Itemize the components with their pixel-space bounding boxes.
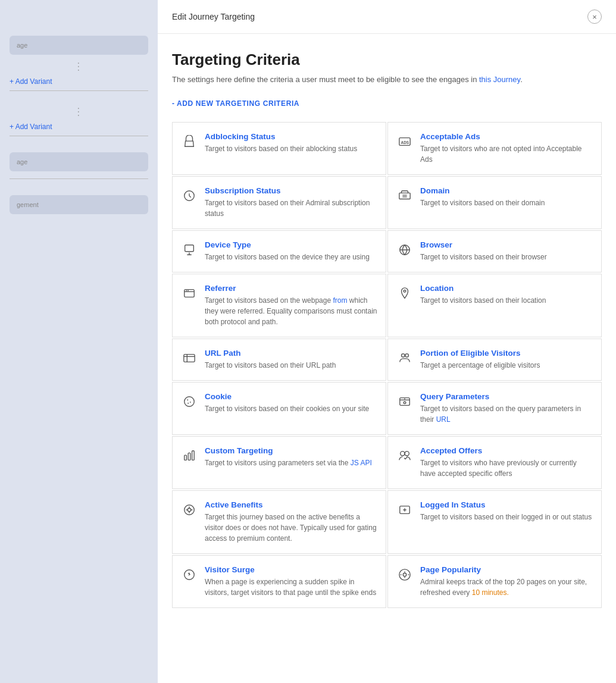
criteria-grid: Adblocking Status Target to visitors bas… — [172, 122, 602, 608]
browser-desc: Target to visitors based on their browse… — [420, 252, 547, 262]
cookie-icon — [181, 393, 198, 410]
criteria-card-browser[interactable]: Browser Target to visitors based on thei… — [387, 230, 602, 272]
criteria-card-device-type[interactable]: Device Type Target to visitors based on … — [172, 230, 386, 272]
criteria-card-accepted-offers[interactable]: Accepted Offers Target to visitors who h… — [387, 436, 602, 489]
visitor-surge-icon — [181, 566, 198, 583]
add-criteria-link[interactable]: - ADD NEW TARGETING CRITERIA — [172, 99, 299, 108]
device-type-title: Device Type — [205, 240, 370, 249]
location-icon — [396, 285, 413, 302]
acceptable-ads-desc: Target to visitors who are not opted int… — [420, 143, 593, 165]
svg-text:ADS: ADS — [401, 140, 409, 144]
domain-title: Domain — [420, 186, 545, 195]
sidebar-node-1: age — [10, 36, 148, 55]
domain-icon — [396, 187, 413, 204]
criteria-card-url-path[interactable]: URL Path Target to visitors based on the… — [172, 339, 386, 381]
browser-title: Browser — [420, 240, 547, 249]
criteria-card-query-parameters[interactable]: Query Parameters Target to visitors base… — [387, 382, 602, 435]
portion-eligible-icon — [396, 350, 413, 366]
three-dots-1: ··· — [74, 62, 83, 73]
subscription-status-desc: Target to visitors based on their Admira… — [205, 198, 377, 219]
criteria-card-active-benefits[interactable]: Active Benefits Target this journey base… — [172, 490, 386, 554]
sidebar-node-2: age — [10, 152, 148, 171]
portion-eligible-desc: Target a percentage of eligible visitors — [420, 360, 540, 371]
svg-point-28 — [187, 508, 191, 512]
svg-rect-12 — [184, 354, 195, 362]
query-parameters-title: Query Parameters — [420, 392, 593, 401]
svg-point-26 — [405, 451, 409, 455]
three-dots-2: ··· — [74, 107, 83, 118]
svg-point-25 — [401, 451, 405, 455]
svg-rect-23 — [188, 453, 190, 460]
adblocking-status-desc: Target to visitors based on their ablock… — [205, 143, 357, 154]
location-desc: Target to visitors based on their locati… — [420, 295, 546, 306]
svg-point-14 — [405, 353, 409, 357]
accepted-offers-desc: Target to visitors who have previously o… — [420, 458, 593, 479]
accepted-offers-title: Accepted Offers — [420, 446, 593, 455]
section-desc: The settings here define the criteria a … — [172, 74, 602, 86]
device-type-icon — [181, 242, 198, 258]
page-popularity-desc: Admiral keeps track of the top 20 pages … — [420, 577, 593, 598]
logged-in-status-icon — [396, 502, 413, 518]
modal-body: Targeting Criteria The settings here def… — [158, 34, 616, 632]
referrer-icon — [181, 285, 198, 302]
criteria-card-subscription-status[interactable]: Subscription Status Target to visitors b… — [172, 176, 386, 229]
svg-point-15 — [185, 396, 195, 406]
criteria-card-cookie[interactable]: Cookie Target to visitors based on their… — [172, 382, 386, 435]
subscription-status-icon — [181, 187, 198, 204]
close-button[interactable]: × — [587, 10, 602, 24]
svg-rect-8 — [185, 289, 195, 297]
svg-rect-3 — [399, 193, 410, 199]
custom-targeting-title: Custom Targeting — [205, 446, 372, 455]
criteria-card-custom-targeting[interactable]: Custom Targeting Target to visitors usin… — [172, 436, 386, 489]
url-path-icon — [181, 350, 198, 366]
acceptable-ads-title: Acceptable Ads — [420, 132, 593, 141]
referrer-title: Referrer — [205, 284, 377, 293]
svg-point-20 — [404, 402, 406, 404]
active-benefits-title: Active Benefits — [205, 500, 377, 509]
criteria-card-portion-eligible[interactable]: Portion of Eligible Visitors Target a pe… — [387, 339, 602, 381]
adblocking-status-icon — [181, 133, 198, 150]
svg-point-30 — [403, 573, 407, 577]
svg-point-27 — [185, 505, 195, 515]
svg-point-13 — [402, 353, 405, 357]
accepted-offers-icon — [396, 447, 413, 464]
svg-rect-6 — [185, 245, 194, 251]
criteria-card-visitor-surge[interactable]: Visitor Surge When a page is experiencin… — [172, 555, 386, 608]
url-path-title: URL Path — [205, 349, 336, 358]
device-type-desc: Target to visitors based on the device t… — [205, 252, 370, 262]
logged-in-status-desc: Target to visitors based on their logged… — [420, 512, 592, 522]
add-variant-1[interactable]: + Add Variant — [10, 77, 148, 86]
sidebar-node-3: gement — [10, 195, 148, 214]
page-popularity-title: Page Popularity — [420, 565, 593, 574]
criteria-card-acceptable-ads[interactable]: ADS Acceptable Ads Target to visitors wh… — [387, 122, 602, 175]
add-variant-2[interactable]: + Add Variant — [10, 123, 148, 131]
query-parameters-desc: Target to visitors based on the query pa… — [420, 403, 593, 425]
criteria-card-domain[interactable]: Domain Target to visitors based on their… — [387, 176, 602, 229]
active-benefits-icon — [181, 502, 198, 518]
svg-rect-24 — [192, 450, 195, 460]
cookie-desc: Target to visitors based on their cookie… — [205, 403, 369, 414]
modal: Edit Journey Targeting × Targeting Crite… — [158, 0, 616, 683]
svg-point-16 — [187, 399, 188, 400]
logged-in-status-title: Logged In Status — [420, 500, 592, 509]
cookie-title: Cookie — [205, 392, 369, 401]
custom-targeting-desc: Target to visitors using parameters set … — [205, 458, 372, 468]
svg-point-10 — [187, 290, 189, 291]
query-parameters-icon — [396, 393, 413, 410]
portion-eligible-title: Portion of Eligible Visitors — [420, 349, 540, 358]
modal-header: Edit Journey Targeting × — [158, 0, 616, 34]
criteria-card-location[interactable]: Location Target to visitors based on the… — [387, 274, 602, 337]
browser-icon — [396, 242, 413, 258]
criteria-card-logged-in-status[interactable]: Logged In Status Target to visitors base… — [387, 490, 602, 554]
criteria-card-referrer[interactable]: Referrer Target to visitors based on the… — [172, 274, 386, 337]
criteria-card-page-popularity[interactable]: Page Popularity Admiral keeps track of t… — [387, 555, 602, 608]
visitor-surge-desc: When a page is experiencing a sudden spi… — [205, 577, 377, 598]
svg-point-9 — [186, 290, 187, 291]
criteria-card-adblocking-status[interactable]: Adblocking Status Target to visitors bas… — [172, 122, 386, 175]
svg-point-11 — [404, 290, 406, 292]
svg-rect-22 — [185, 455, 187, 460]
section-title: Targeting Criteria — [172, 51, 602, 69]
svg-point-18 — [187, 402, 189, 403]
custom-targeting-icon — [181, 447, 198, 464]
adblocking-status-title: Adblocking Status — [205, 132, 357, 141]
